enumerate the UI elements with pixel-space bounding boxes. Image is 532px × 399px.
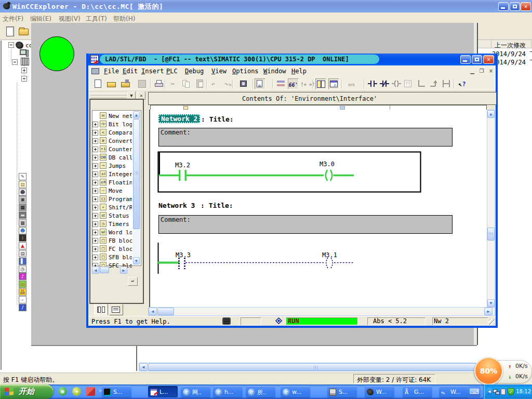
print-icon[interactable] bbox=[153, 78, 164, 89]
sound-editor-icon[interactable]: ♪ bbox=[19, 273, 26, 280]
network2-comment[interactable]: Comment: bbox=[158, 128, 453, 147]
scroll-right-button[interactable]: ▶ bbox=[120, 267, 127, 274]
addresses-icon[interactable] bbox=[275, 78, 286, 89]
lad-menu-view[interactable]: View bbox=[211, 68, 227, 75]
catalog-item-timers[interactable]: ◷Timers bbox=[92, 220, 132, 228]
save-icon[interactable] bbox=[137, 78, 148, 89]
new-network-icon[interactable]: HFO⌐·· bbox=[346, 78, 357, 89]
lad-menu-debug[interactable]: Debug bbox=[185, 68, 204, 75]
open-folder-icon[interactable] bbox=[19, 26, 29, 37]
scroll-right-button[interactable]: ▶ bbox=[484, 308, 493, 315]
open-icon[interactable] bbox=[106, 78, 117, 89]
catalog-vscrollbar[interactable]: ▲ ▼ bbox=[133, 111, 140, 265]
undo-icon[interactable]: ↶ bbox=[208, 78, 219, 89]
catalog-item-floating-pt-fct-[interactable]: ±RFloating-pt fct. bbox=[92, 178, 132, 187]
catalog-item-jumps[interactable]: →Jumps bbox=[92, 162, 132, 170]
taskbar-button-0[interactable]: S... bbox=[102, 386, 131, 397]
tray-network-icon[interactable] bbox=[493, 388, 500, 395]
tree-collapse-2[interactable] bbox=[12, 59, 18, 65]
overview-button[interactable]: ↩ bbox=[128, 277, 138, 286]
mdi-close-button[interactable]: × bbox=[487, 68, 495, 75]
cross-reference-icon[interactable]: ⌕ bbox=[19, 296, 26, 303]
lad-menu-options[interactable]: Options bbox=[232, 68, 259, 75]
catalog-item-sfb-blocks[interactable]: □SFB blocks bbox=[92, 253, 132, 261]
lad-close-button[interactable]: × bbox=[483, 55, 494, 64]
list-column-last-modified[interactable]: 上一次修改 bbox=[495, 41, 526, 50]
library-icon[interactable]: ▤ bbox=[19, 181, 26, 188]
alarm-logging-icon[interactable]: ▲ bbox=[19, 242, 26, 249]
cut-icon[interactable]: ✂ bbox=[167, 78, 178, 89]
network2-label[interactable]: Network 2 bbox=[158, 114, 200, 123]
monitor-glasses-icon[interactable]: ∞ bbox=[255, 78, 265, 89]
paste-icon[interactable] bbox=[195, 78, 206, 89]
open-station-icon[interactable] bbox=[120, 78, 131, 89]
new-document-icon[interactable] bbox=[5, 26, 15, 37]
taskbar-button-3[interactable]: eh... bbox=[213, 386, 243, 397]
tray-shield-icon[interactable]: ✓ bbox=[508, 388, 515, 395]
scroll-thumb[interactable] bbox=[148, 363, 476, 371]
main-menu-item-3[interactable]: 工具(T) bbox=[86, 15, 107, 23]
detail-view-icon[interactable]: ⌕ bbox=[328, 78, 339, 89]
coil-icon[interactable] bbox=[391, 78, 402, 89]
scroll-left-button[interactable]: ◀ bbox=[149, 308, 157, 315]
quicklaunch-media-icon[interactable] bbox=[86, 387, 95, 396]
lad-menu-window[interactable]: Window bbox=[263, 68, 286, 75]
new-doc-icon[interactable] bbox=[92, 78, 103, 89]
scroll-up-button[interactable]: ▲ bbox=[133, 111, 140, 118]
taskbar-button-7[interactable]: W... bbox=[365, 386, 394, 397]
catalog-item-move[interactable]: ~Move bbox=[92, 187, 132, 195]
scroll-left-button[interactable]: ◀ bbox=[139, 363, 148, 371]
table-editor-icon[interactable]: ▦ bbox=[19, 219, 26, 227]
catalog-hscrollbar[interactable]: ◀ ▶ bbox=[92, 267, 128, 274]
open-branch-icon[interactable] bbox=[416, 78, 427, 89]
lad-menu-help[interactable]: Help bbox=[291, 68, 307, 75]
taskbar-button-9[interactable]: ✎W... bbox=[439, 386, 469, 397]
lad-vscrollbar[interactable]: ▲ ▼ bbox=[487, 110, 495, 307]
list-row[interactable]: 2014/9/24 下午 bbox=[492, 50, 532, 59]
close-branch-icon[interactable] bbox=[428, 78, 439, 89]
call-structure-icon[interactable]: ⇆ bbox=[224, 78, 235, 89]
main-menu-item-0[interactable]: 文件(F) bbox=[3, 15, 23, 23]
scroll-down-button[interactable]: ▼ bbox=[133, 257, 140, 264]
main-menu-item-4[interactable]: 帮助(H) bbox=[113, 15, 135, 23]
scroll-thumb[interactable] bbox=[157, 308, 174, 315]
user-archive-icon[interactable]: ☻ bbox=[19, 189, 26, 196]
empty-box-icon[interactable]: ?? bbox=[403, 78, 414, 89]
lad-menu-file[interactable]: File bbox=[104, 68, 119, 75]
lad-hscrollbar[interactable]: ◀ ▶ bbox=[148, 307, 495, 316]
keyboard-tray-icon[interactable]: ⌨ bbox=[468, 386, 481, 397]
scroll-thumb[interactable] bbox=[487, 228, 495, 241]
mdi-restore-button[interactable]: ❐ bbox=[477, 68, 486, 75]
lad-minimize-button[interactable] bbox=[460, 55, 471, 64]
scroll-thumb[interactable] bbox=[100, 267, 109, 273]
tree-collapse-root[interactable] bbox=[8, 42, 14, 48]
net-structure-icon[interactable]: 品 bbox=[19, 288, 26, 296]
main-menu-item-1[interactable]: 编辑(E) bbox=[30, 15, 51, 23]
quicklaunch-ie-icon[interactable]: e bbox=[58, 387, 67, 396]
netmeter-percent-badge[interactable]: 80% bbox=[474, 357, 503, 385]
catalog-item-shift-rotate[interactable]: »Shift/Rotate bbox=[92, 203, 132, 211]
mdi-child-icon[interactable] bbox=[91, 68, 99, 74]
time-sync-icon[interactable]: ◷ bbox=[19, 265, 26, 273]
catalog-item-fc-blocks[interactable]: □FC blocks bbox=[92, 245, 132, 253]
tab-program-elements[interactable] bbox=[94, 304, 108, 315]
graphics-designer-icon[interactable]: ✎ bbox=[19, 173, 26, 180]
download-icon[interactable] bbox=[238, 78, 249, 89]
tape-icon[interactable]: ▬ bbox=[19, 211, 26, 219]
quicklaunch-plus-icon[interactable]: + bbox=[72, 387, 81, 396]
lad-menu-edit[interactable]: Edit bbox=[123, 68, 138, 75]
network3-comment[interactable]: Comment: bbox=[158, 215, 453, 234]
scroll-up-button[interactable]: ▲ bbox=[487, 110, 495, 118]
taskbar-button-8[interactable]: ÅG... bbox=[403, 386, 432, 397]
contact-no-icon[interactable] bbox=[367, 78, 378, 89]
minimize-button[interactable] bbox=[498, 2, 509, 11]
catalog-item-bit-logic[interactable]: ⊣⊢Bit logic bbox=[92, 120, 132, 128]
taskbar-button-2[interactable]: e网.. bbox=[181, 386, 210, 397]
taskbar-button-4[interactable]: e所.. bbox=[246, 386, 275, 397]
overview-toggle-icon[interactable] bbox=[315, 78, 326, 89]
film-icon[interactable]: ▦ bbox=[19, 204, 26, 211]
catalog-item-integer-fct-[interactable]: ±IInteger fct. bbox=[92, 170, 132, 178]
t-branch-icon[interactable] bbox=[441, 78, 451, 89]
copy-icon[interactable] bbox=[181, 78, 192, 89]
main-menu-item-2[interactable]: 视图(V) bbox=[59, 15, 81, 23]
